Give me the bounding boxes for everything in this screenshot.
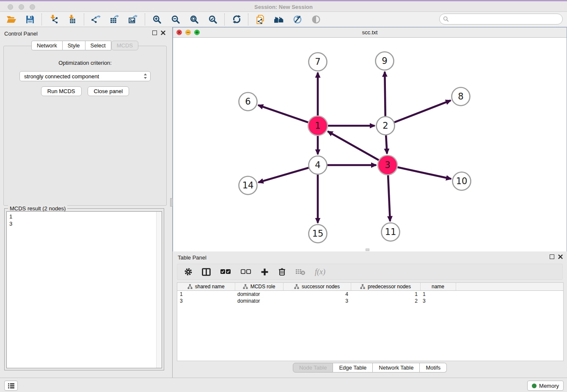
node-14[interactable]: 14 <box>239 177 257 195</box>
import-network-button[interactable] <box>48 14 59 25</box>
optimization-criterion-select[interactable]: strongly connected component <box>19 71 151 81</box>
column-header-successor-nodes[interactable]: successor nodes <box>283 283 351 291</box>
float-table-panel-icon[interactable] <box>550 254 554 259</box>
tab-motifs[interactable]: Motifs <box>420 363 447 373</box>
gear-button[interactable] <box>184 268 193 276</box>
clone-network-button[interactable] <box>255 14 266 25</box>
edge-2-8[interactable] <box>394 100 451 122</box>
titlebar: Session: New Session <box>0 0 567 12</box>
task-history-button[interactable] <box>4 381 18 391</box>
main-toolbar <box>0 12 567 27</box>
toggle-birds-eye-icon <box>293 15 302 24</box>
control-panel: Control Panel NetworkStyleSelectMCDS Opt… <box>0 27 170 378</box>
cell-shared-name[interactable]: 3 <box>177 298 235 304</box>
application-window: Session: New Session Control Panel Netwo… <box>0 0 567 392</box>
edge-4-14[interactable] <box>259 168 309 182</box>
node-label: 8 <box>458 91 463 102</box>
zoom-in-icon <box>153 15 161 24</box>
close-panel-icon[interactable] <box>161 30 165 35</box>
result-scrollbar[interactable] <box>156 212 162 368</box>
toggle-birds-eye-button[interactable] <box>292 14 303 25</box>
tab-select[interactable]: Select <box>85 41 111 50</box>
node-11[interactable]: 11 <box>382 223 400 241</box>
node-3[interactable]: 3 <box>378 155 397 175</box>
show-graphics-button[interactable] <box>311 14 322 25</box>
node-10[interactable]: 10 <box>453 172 471 190</box>
export-network-button[interactable] <box>91 14 102 25</box>
node-label: 10 <box>456 176 468 186</box>
edge-2-9[interactable] <box>385 72 385 116</box>
zoom-out-icon <box>171 15 180 24</box>
zoom-in-button[interactable] <box>151 14 162 25</box>
zoom-selected-button[interactable] <box>207 14 218 25</box>
edge-2-3[interactable] <box>386 135 387 154</box>
first-neighbors-button[interactable] <box>273 14 284 25</box>
mcds-result-list[interactable]: 13 <box>6 211 162 368</box>
mcds-tab-content: Optimization criterion: strongly connect… <box>3 46 167 206</box>
mcds-result-box: MCDS result (2 nodes) 13 <box>4 208 164 370</box>
cell-name[interactable]: 3 <box>420 298 456 304</box>
cell-MCDS-role[interactable]: dominator <box>235 298 283 304</box>
edge-3-1[interactable] <box>328 131 379 160</box>
add-column-button[interactable] <box>261 268 269 276</box>
column-header-predecessor-nodes[interactable]: predecessor nodes <box>351 283 420 291</box>
export-image-button[interactable] <box>128 14 139 25</box>
node-6[interactable]: 6 <box>239 93 257 111</box>
node-1[interactable]: 1 <box>308 116 328 135</box>
node-2[interactable]: 2 <box>377 117 395 135</box>
search-input[interactable] <box>449 15 562 23</box>
node-label: 1 <box>315 121 320 131</box>
cell-name[interactable]: 1 <box>420 291 456 298</box>
open-session-button[interactable] <box>6 14 17 25</box>
network-graph[interactable]: 7968124314101511 <box>173 38 567 251</box>
cell-empty <box>456 291 563 298</box>
network-canvas[interactable]: 7968124314101511 <box>173 38 567 251</box>
run-mcds-button[interactable]: Run MCDS <box>41 86 82 96</box>
cell-predecessor-nodes[interactable]: 2 <box>351 298 420 304</box>
column-header-name[interactable]: name <box>420 283 456 291</box>
save-session-button[interactable] <box>25 14 36 25</box>
refresh-view-button[interactable] <box>231 14 242 25</box>
search-icon <box>443 16 449 22</box>
column-header-MCDS-role[interactable]: MCDS role <box>235 283 283 291</box>
node-8[interactable]: 8 <box>452 88 470 106</box>
edge-3-10[interactable] <box>398 167 451 179</box>
search-field[interactable] <box>439 14 563 25</box>
column-header-shared-name[interactable]: shared name <box>177 283 235 291</box>
save-session-icon <box>26 15 34 24</box>
cell-shared-name[interactable]: 1 <box>177 291 235 298</box>
float-panel-icon[interactable] <box>152 30 157 35</box>
close-panel-button[interactable]: Close panel <box>88 86 129 96</box>
cell-predecessor-nodes[interactable]: 1 <box>351 291 420 298</box>
cell-successor-nodes[interactable]: 3 <box>283 298 351 304</box>
cell-successor-nodes[interactable]: 4 <box>283 291 351 298</box>
tab-node-table[interactable]: Node Table <box>293 363 333 373</box>
edge-3-11[interactable] <box>388 175 390 221</box>
export-table-button[interactable] <box>109 14 120 25</box>
tab-mcds[interactable]: MCDS <box>111 41 138 50</box>
import-table-button[interactable] <box>67 14 78 25</box>
deselect-all-button[interactable] <box>240 269 251 275</box>
node-label: 4 <box>315 160 320 170</box>
node-4[interactable]: 4 <box>309 156 327 174</box>
canvas-splitter-handle[interactable] <box>366 248 369 251</box>
memory-button[interactable]: Memory <box>527 381 564 391</box>
node-table: shared nameMCDS rolesuccessor nodesprede… <box>177 283 563 304</box>
tab-network[interactable]: Network <box>31 41 63 50</box>
node-label: 6 <box>245 97 250 107</box>
node-15[interactable]: 15 <box>309 225 327 243</box>
select-all-button[interactable] <box>220 269 231 275</box>
tab-network-table[interactable]: Network Table <box>373 363 420 373</box>
node-7[interactable]: 7 <box>309 53 327 71</box>
zoom-fit-button[interactable] <box>189 14 200 25</box>
split-columns-button[interactable] <box>202 268 211 276</box>
close-table-panel-icon[interactable] <box>558 254 563 259</box>
edge-1-6[interactable] <box>258 105 308 122</box>
zoom-out-button[interactable] <box>170 14 181 25</box>
panel-splitter[interactable] <box>170 27 173 378</box>
tab-edge-table[interactable]: Edge Table <box>333 363 373 373</box>
cell-MCDS-role[interactable]: dominator <box>235 291 283 298</box>
delete-row-button[interactable] <box>278 268 286 276</box>
node-9[interactable]: 9 <box>376 52 394 70</box>
tab-style[interactable]: Style <box>63 41 85 50</box>
